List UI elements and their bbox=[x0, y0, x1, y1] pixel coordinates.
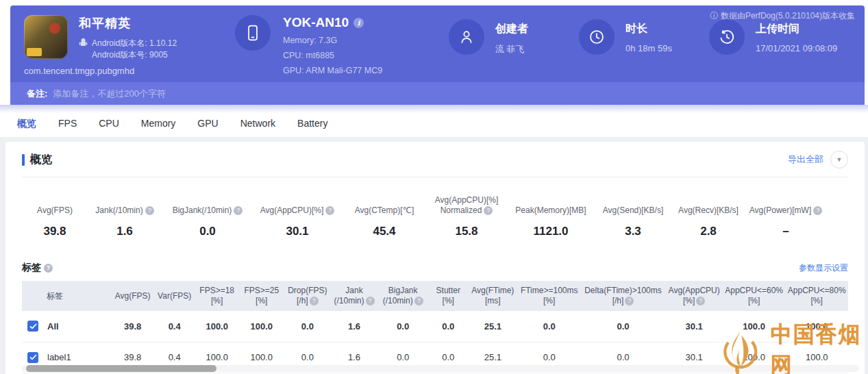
row-checkbox[interactable] bbox=[27, 321, 38, 332]
labels-table: 标签 Avg(FPS) Var(FPS) FPS>=18[%] FPS>=25[… bbox=[22, 281, 848, 373]
metric-avg-send: Avg(Send)[KB/s] 3.3 bbox=[595, 195, 671, 238]
labels-section-title: 标签 ? bbox=[22, 262, 53, 274]
overview-card: 概览 导出全部 ▼ Avg(FPS) 39.8 Jank(/10min)? 1.… bbox=[5, 142, 865, 374]
perfdog-report-page: ⓘ 数据由PerfDog(5.0.210104)版本收集 和平精英 Androi… bbox=[0, 0, 868, 374]
col-ftime-ge100: FTime>=100ms[%] bbox=[518, 281, 581, 311]
collect-note: ⓘ 数据由PerfDog(5.0.210104)版本收集 bbox=[710, 10, 855, 22]
metric-avg-power: Avg(Power)[mW]? – bbox=[745, 195, 826, 238]
export-all-button[interactable]: 导出全部 bbox=[788, 153, 823, 166]
clock-icon bbox=[579, 19, 615, 55]
metric-value: 15.8 bbox=[426, 225, 507, 238]
app-name: 和平精英 bbox=[79, 15, 177, 32]
col-bigjank: BigJank(/10min)? bbox=[377, 281, 429, 311]
col-fps-ge25: FPS>=25[%] bbox=[239, 281, 284, 311]
tab-gpu[interactable]: GPU bbox=[197, 115, 218, 133]
remark-placeholder: 添加备注，不超过200个字符 bbox=[53, 88, 166, 100]
export-dropdown-button[interactable]: ▼ bbox=[830, 151, 848, 169]
tab-cpu[interactable]: CPU bbox=[99, 115, 119, 133]
android-icon bbox=[79, 38, 88, 61]
tab-memory[interactable]: Memory bbox=[141, 115, 176, 133]
col-stutter: Stutter[%] bbox=[429, 281, 468, 311]
android-version-name: Android版本名: 1.10.12 bbox=[92, 38, 177, 49]
tab-overview[interactable]: 概览 bbox=[17, 115, 36, 133]
tab-network[interactable]: Network bbox=[240, 115, 275, 133]
section-accent-bar bbox=[22, 154, 25, 166]
upload-time-info: 上传时间 17/01/2021 09:08:09 bbox=[709, 19, 868, 55]
col-delta-ftime: Delta(FTime)>100ms[/h]? bbox=[580, 281, 665, 311]
help-icon[interactable]: ? bbox=[366, 297, 375, 306]
metric-bigjank: BigJank(/10min)? 0.0 bbox=[163, 195, 252, 238]
row-label: label1 bbox=[47, 352, 71, 362]
phone-icon bbox=[235, 15, 271, 51]
col-fps-ge18: FPS>=18[%] bbox=[195, 281, 239, 311]
help-icon[interactable]: ? bbox=[484, 206, 493, 215]
help-icon[interactable]: ? bbox=[234, 206, 243, 215]
col-avg-ftime: Avg(FTime)[ms] bbox=[468, 281, 518, 311]
overview-metrics: Avg(FPS) 39.8 Jank(/10min)? 1.6 BigJank(… bbox=[22, 195, 848, 238]
metric-value: – bbox=[745, 225, 826, 238]
help-icon[interactable]: ? bbox=[310, 297, 319, 306]
horizontal-scrollbar-track[interactable] bbox=[22, 365, 859, 372]
device-model: YOK-AN10 bbox=[283, 15, 349, 30]
table-header-row: 标签 Avg(FPS) Var(FPS) FPS>=18[%] FPS>=25[… bbox=[22, 281, 848, 311]
metric-value: 1.6 bbox=[86, 225, 163, 238]
device-info-icon[interactable]: i bbox=[354, 18, 364, 28]
metric-peak-memory: Peak(Memory)[MB] 1121.0 bbox=[507, 195, 595, 238]
help-icon[interactable]: ? bbox=[145, 206, 154, 215]
metric-value: 3.3 bbox=[595, 225, 671, 238]
remark-input[interactable]: 备注: 添加备注，不超过200个字符 bbox=[10, 82, 865, 105]
duration-label: 时长 bbox=[625, 22, 672, 36]
table-row-all: All 39.8 0.4 100.0 100.0 0.0 1.6 0.0 0.0… bbox=[22, 311, 848, 342]
help-icon[interactable]: ? bbox=[625, 297, 634, 306]
remark-label: 备注: bbox=[27, 88, 47, 100]
help-icon[interactable]: ? bbox=[414, 297, 423, 306]
col-appcpu-le60: AppCPU<=60%[%] bbox=[723, 281, 786, 311]
report-header: ⓘ 数据由PerfDog(5.0.210104)版本收集 和平精英 Androi… bbox=[10, 5, 865, 82]
col-drop-fps: Drop(FPS)[/h]? bbox=[284, 281, 331, 311]
help-icon[interactable]: ? bbox=[44, 264, 53, 273]
help-icon[interactable]: ? bbox=[325, 206, 334, 215]
duration-value: 0h 18m 59s bbox=[625, 43, 672, 53]
parameter-display-settings-link[interactable]: 参数显示设置 bbox=[799, 262, 848, 274]
metric-avg-recv: Avg(Recv)[KB/s] 2.8 bbox=[671, 195, 745, 238]
header-fade bbox=[0, 105, 868, 113]
col-avg-appcpu: Avg(AppCPU)[%]? bbox=[666, 281, 723, 311]
col-label: 标签 bbox=[27, 291, 63, 301]
creator-info: 创建者 流 菲飞 bbox=[449, 19, 579, 55]
duration-info: 时长 0h 18m 59s bbox=[579, 19, 709, 55]
metric-value: 0.0 bbox=[163, 225, 252, 238]
metric-jank: Jank(/10min)? 1.6 bbox=[86, 195, 163, 238]
device-info: YOK-AN10 i Memory: 7.3G CPU: mt6885 GPU:… bbox=[235, 15, 449, 75]
overview-section-title: 概览 bbox=[22, 153, 52, 167]
col-jank: Jank(/10min)? bbox=[331, 281, 377, 311]
col-var-fps: Var(FPS) bbox=[154, 281, 195, 311]
metric-value: 1121.0 bbox=[507, 225, 595, 238]
app-package: com.tencent.tmgp.pubgmhd bbox=[24, 66, 177, 76]
creator-value: 流 菲飞 bbox=[495, 43, 528, 55]
section-divider bbox=[22, 177, 848, 177]
row-label: All bbox=[47, 321, 59, 332]
help-icon[interactable]: ? bbox=[696, 297, 705, 306]
report-tabs: 概览 FPS CPU Memory GPU Network Battery bbox=[17, 115, 327, 133]
android-version-code: Android版本号: 9005 bbox=[92, 49, 177, 61]
upload-time-value: 17/01/2021 09:08:09 bbox=[756, 43, 837, 53]
info-circle-icon: ⓘ bbox=[710, 11, 721, 21]
metric-value: 39.8 bbox=[23, 225, 86, 238]
metric-avg-ctemp: Avg(CTemp)[℃] 45.4 bbox=[343, 195, 426, 238]
horizontal-scrollbar-thumb[interactable] bbox=[26, 365, 216, 372]
person-icon bbox=[449, 19, 484, 55]
row-checkbox[interactable] bbox=[27, 352, 38, 363]
tab-fps[interactable]: FPS bbox=[58, 115, 77, 133]
device-cpu: CPU: mt6885 bbox=[283, 51, 382, 60]
upload-time-label: 上传时间 bbox=[756, 22, 837, 36]
metric-avg-appcpu: Avg(AppCPU)[%]? 30.1 bbox=[252, 195, 343, 238]
metric-avg-fps: Avg(FPS) 39.8 bbox=[23, 195, 86, 238]
help-icon[interactable]: ? bbox=[813, 206, 822, 215]
metric-value: 30.1 bbox=[252, 225, 343, 238]
metric-avg-appcpu-normalized: Avg(AppCPU)[%] Normalized? 15.8 bbox=[426, 195, 507, 238]
device-gpu: GPU: ARM Mali-G77 MC9 bbox=[283, 66, 382, 75]
app-info: 和平精英 Android版本名: 1.10.12 Android版本号: 900… bbox=[24, 15, 223, 76]
tab-battery[interactable]: Battery bbox=[297, 115, 327, 133]
metric-value: 2.8 bbox=[671, 225, 745, 238]
metric-value: 45.4 bbox=[343, 225, 426, 238]
